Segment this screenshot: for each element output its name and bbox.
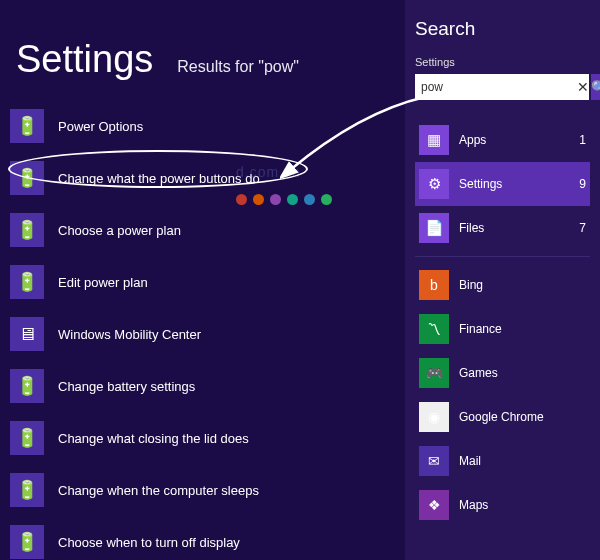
battery-icon: 🔋 (10, 109, 44, 143)
app-item-finance[interactable]: 〽Finance (415, 307, 590, 351)
result-item-7[interactable]: 🔋Change when the computer sleeps (10, 467, 405, 513)
result-label: Choose when to turn off display (58, 535, 240, 550)
app-item-games[interactable]: 🎮Games (415, 351, 590, 395)
category-settings[interactable]: ⚙Settings9 (415, 162, 590, 206)
battery-icon: 🔋 (10, 265, 44, 299)
heading-row: Settings Results for "pow" (16, 38, 405, 81)
page-title: Settings (16, 38, 153, 81)
app-icon: 〽 (419, 314, 449, 344)
search-title: Search (415, 18, 590, 40)
result-item-6[interactable]: 🔋Change what closing the lid does (10, 415, 405, 461)
battery-icon: 🔋 (10, 473, 44, 507)
result-label: Change when the computer sleeps (58, 483, 259, 498)
app-icon: ◉ (419, 402, 449, 432)
category-apps[interactable]: ▦Apps1 (415, 118, 590, 162)
category-label: Settings (459, 177, 579, 191)
app-label: Finance (459, 322, 502, 336)
battery-icon: 🔋 (10, 213, 44, 247)
result-label: Choose a power plan (58, 223, 181, 238)
battery-icon: 🔋 (10, 525, 44, 559)
app-item-mail[interactable]: ✉Mail (415, 439, 590, 483)
search-context-label: Settings (415, 56, 590, 68)
close-icon: ✕ (577, 79, 589, 95)
result-item-0[interactable]: 🔋Power Options (10, 103, 405, 149)
app-icon: 🎮 (419, 358, 449, 388)
result-item-5[interactable]: 🔋Change battery settings (10, 363, 405, 409)
result-label: Change what closing the lid does (58, 431, 249, 446)
battery-icon: 🔋 (10, 161, 44, 195)
category-label: Apps (459, 133, 579, 147)
app-item-bing[interactable]: bBing (415, 263, 590, 307)
apps-icon: ▦ (419, 125, 449, 155)
category-files[interactable]: 📄Files7 (415, 206, 590, 250)
result-item-2[interactable]: 🔋Choose a power plan (10, 207, 405, 253)
result-item-8[interactable]: 🔋Choose when to turn off display (10, 519, 405, 560)
search-button[interactable]: 🔍 (591, 74, 600, 100)
app-label: Maps (459, 498, 488, 512)
mobility-icon: 🖥 (10, 317, 44, 351)
app-item-google-chrome[interactable]: ◉Google Chrome (415, 395, 590, 439)
clear-search-button[interactable]: ✕ (577, 74, 589, 100)
search-input[interactable] (415, 74, 577, 100)
search-box: ✕ 🔍 (415, 74, 590, 100)
settings-icon: ⚙ (419, 169, 449, 199)
results-for-label: Results for "pow" (177, 58, 299, 76)
result-label: Change what the power buttons do (58, 171, 260, 186)
result-item-1[interactable]: 🔋Change what the power buttons do (10, 155, 405, 201)
result-label: Edit power plan (58, 275, 148, 290)
search-category-list: ▦Apps1⚙Settings9📄Files7 (415, 118, 590, 250)
app-icon: ✉ (419, 446, 449, 476)
app-icon: b (419, 270, 449, 300)
search-app-list: bBing〽Finance🎮Games◉Google Chrome✉Mail❖M… (415, 263, 590, 527)
category-count: 7 (579, 221, 586, 235)
divider (415, 256, 590, 257)
battery-icon: 🔋 (10, 369, 44, 403)
app-icon: ❖ (419, 490, 449, 520)
search-charm-panel: Search Settings ✕ 🔍 ▦Apps1⚙Settings9📄Fil… (405, 0, 600, 560)
category-label: Files (459, 221, 579, 235)
app-label: Games (459, 366, 498, 380)
result-label: Power Options (58, 119, 143, 134)
result-label: Change battery settings (58, 379, 195, 394)
category-count: 9 (579, 177, 586, 191)
app-item-maps[interactable]: ❖Maps (415, 483, 590, 527)
files-icon: 📄 (419, 213, 449, 243)
result-label: Windows Mobility Center (58, 327, 201, 342)
results-list: 🔋Power Options🔋Change what the power but… (10, 103, 405, 560)
result-item-3[interactable]: 🔋Edit power plan (10, 259, 405, 305)
search-icon: 🔍 (591, 80, 600, 95)
category-count: 1 (579, 133, 586, 147)
result-item-4[interactable]: 🖥Windows Mobility Center (10, 311, 405, 357)
app-label: Mail (459, 454, 481, 468)
battery-icon: 🔋 (10, 421, 44, 455)
settings-results-panel: Settings Results for "pow" 🔋Power Option… (0, 0, 405, 560)
app-label: Google Chrome (459, 410, 544, 424)
app-label: Bing (459, 278, 483, 292)
